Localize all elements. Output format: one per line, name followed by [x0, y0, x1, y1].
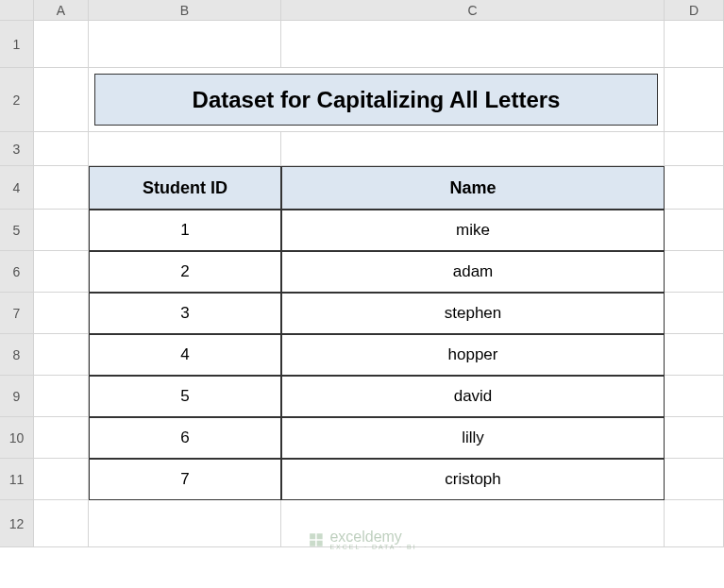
- cell-b12[interactable]: [89, 500, 281, 547]
- row-header-4[interactable]: 4: [0, 166, 34, 210]
- row-header-10[interactable]: 10: [0, 417, 34, 459]
- cell-a6[interactable]: [34, 251, 89, 293]
- watermark-icon: [307, 531, 324, 548]
- col-header-b[interactable]: B: [89, 0, 281, 21]
- header-name[interactable]: Name: [281, 166, 665, 210]
- cell-d1[interactable]: [665, 21, 724, 68]
- table-row-name[interactable]: adam: [281, 251, 665, 293]
- cell-a7[interactable]: [34, 293, 89, 334]
- cell-a10[interactable]: [34, 417, 89, 459]
- cell-d5[interactable]: [665, 210, 724, 251]
- col-header-d[interactable]: D: [665, 0, 724, 21]
- table-row-name[interactable]: stephen: [281, 293, 665, 334]
- cell-a11[interactable]: [34, 459, 89, 500]
- table-row-name[interactable]: david: [281, 376, 665, 417]
- table-row-id[interactable]: 5: [89, 376, 281, 417]
- cell-a8[interactable]: [34, 334, 89, 376]
- cell-c1[interactable]: [281, 21, 665, 68]
- table-row-name[interactable]: cristoph: [281, 459, 665, 500]
- row-header-2[interactable]: 2: [0, 68, 34, 132]
- table-row-name[interactable]: mike: [281, 210, 665, 251]
- table-row-name[interactable]: hopper: [281, 334, 665, 376]
- row-header-11[interactable]: 11: [0, 459, 34, 500]
- cell-a1[interactable]: [34, 21, 89, 68]
- watermark: exceldemy EXCEL · DATA · BI: [307, 529, 416, 550]
- header-student-id[interactable]: Student ID: [89, 166, 281, 210]
- table-row-id[interactable]: 4: [89, 334, 281, 376]
- row-header-12[interactable]: 12: [0, 500, 34, 547]
- cell-a12[interactable]: [34, 500, 89, 547]
- watermark-tagline: EXCEL · DATA · BI: [329, 544, 416, 550]
- cell-d8[interactable]: [665, 334, 724, 376]
- cell-d6[interactable]: [665, 251, 724, 293]
- cell-d11[interactable]: [665, 459, 724, 500]
- table-row-id[interactable]: 2: [89, 251, 281, 293]
- cell-b3[interactable]: [89, 132, 281, 166]
- title-cell-merged[interactable]: Dataset for Capitalizing All Letters: [89, 68, 665, 132]
- cell-a2[interactable]: [34, 68, 89, 132]
- row-header-6[interactable]: 6: [0, 251, 34, 293]
- row-header-9[interactable]: 9: [0, 376, 34, 417]
- spreadsheet-grid: A B C D 1 2 Dataset for Capitalizing All…: [0, 0, 724, 547]
- cell-d3[interactable]: [665, 132, 724, 166]
- cell-a9[interactable]: [34, 376, 89, 417]
- table-row-id[interactable]: 6: [89, 417, 281, 459]
- row-header-7[interactable]: 7: [0, 293, 34, 334]
- cell-d12[interactable]: [665, 500, 724, 547]
- row-header-5[interactable]: 5: [0, 210, 34, 251]
- table-row-name[interactable]: lilly: [281, 417, 665, 459]
- row-header-1[interactable]: 1: [0, 21, 34, 68]
- cell-a5[interactable]: [34, 210, 89, 251]
- col-header-c[interactable]: C: [281, 0, 665, 21]
- corner-cell[interactable]: [0, 0, 34, 21]
- cell-a3[interactable]: [34, 132, 89, 166]
- table-row-id[interactable]: 1: [89, 210, 281, 251]
- row-header-8[interactable]: 8: [0, 334, 34, 376]
- table-row-id[interactable]: 7: [89, 459, 281, 500]
- table-row-id[interactable]: 3: [89, 293, 281, 334]
- cell-d2[interactable]: [665, 68, 724, 132]
- cell-d7[interactable]: [665, 293, 724, 334]
- cell-d4[interactable]: [665, 166, 724, 210]
- dataset-title: Dataset for Capitalizing All Letters: [94, 74, 658, 126]
- cell-c3[interactable]: [281, 132, 665, 166]
- cell-a4[interactable]: [34, 166, 89, 210]
- cell-d9[interactable]: [665, 376, 724, 417]
- col-header-a[interactable]: A: [34, 0, 89, 21]
- cell-d10[interactable]: [665, 417, 724, 459]
- row-header-3[interactable]: 3: [0, 132, 34, 166]
- cell-b1[interactable]: [89, 21, 281, 68]
